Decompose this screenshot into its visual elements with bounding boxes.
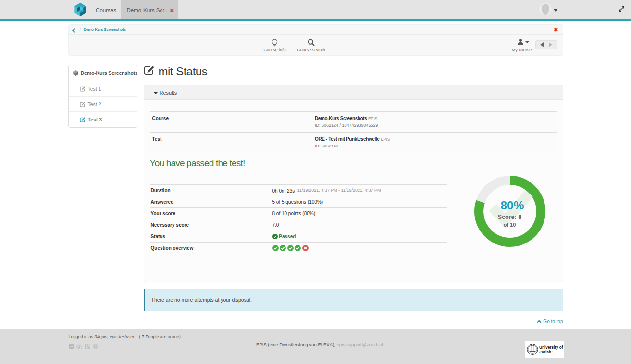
svg-text:University of: University of xyxy=(539,345,563,350)
svg-text:Zurich™: Zurich™ xyxy=(539,350,553,354)
